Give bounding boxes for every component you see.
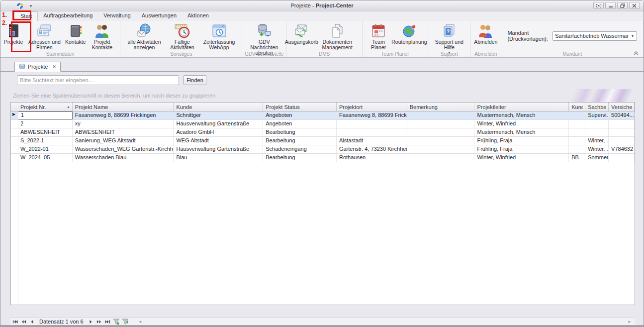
- grid-cell[interactable]: 2: [18, 120, 73, 128]
- grid-cell[interactable]: Angeboten: [263, 111, 337, 119]
- first-record-button[interactable]: [12, 319, 18, 325]
- grid-cell[interactable]: [569, 137, 585, 145]
- grid-cell[interactable]: BB: [569, 154, 585, 162]
- table-row[interactable]: W_2024_05Wasserschaden BlauBlauBearbeitu…: [11, 154, 635, 162]
- column-header-projekt-status[interactable]: Projekt Status: [263, 103, 337, 111]
- grid-cell[interactable]: [569, 145, 585, 153]
- column-header-versiche[interactable]: Versiche...: [609, 103, 635, 111]
- grid-cell[interactable]: 500494...: [609, 111, 635, 119]
- previous-record-button[interactable]: [29, 319, 35, 325]
- grid-cell[interactable]: ABWESENHEIT: [18, 128, 73, 136]
- grid-cell[interactable]: [569, 120, 585, 128]
- grid-cell[interactable]: [407, 145, 475, 153]
- grid-cell[interactable]: WEG Altstadt: [174, 137, 263, 145]
- next-record-button[interactable]: [88, 319, 94, 325]
- search-input[interactable]: [17, 75, 179, 85]
- restore-button[interactable]: [617, 2, 628, 9]
- grid-cell[interactable]: [609, 120, 635, 128]
- grid-cell[interactable]: S_2022-1: [18, 137, 73, 145]
- support-und-hilfe-button[interactable]: ?Support und Hilfe▾: [430, 22, 468, 56]
- grid-cell[interactable]: [569, 111, 585, 119]
- column-header-sachbe[interactable]: Sachbe...: [585, 103, 609, 111]
- grid-cell[interactable]: Mustermensch, Mensch: [474, 111, 569, 119]
- grid-cell[interactable]: [407, 128, 475, 136]
- grid-cell[interactable]: Winter, Winfried: [474, 154, 569, 162]
- style-button[interactable]: [593, 2, 604, 9]
- grid-cell[interactable]: [407, 120, 475, 128]
- grid-cell[interactable]: Supervi...: [585, 111, 609, 119]
- chevron-down-icon[interactable]: ▾: [629, 34, 637, 38]
- column-header-bemerkung[interactable]: Bemerkung: [407, 103, 475, 111]
- grid-cell[interactable]: Bearbeitung: [263, 154, 337, 162]
- next-page-button[interactable]: [96, 319, 102, 325]
- column-header-projekt-nr[interactable]: Projekt Nr.▲: [18, 103, 73, 111]
- grid-cell[interactable]: Hausverwaltung Gartenstraße: [174, 120, 263, 128]
- adressen-und-firmen-button[interactable]: Adressen und Firmen: [24, 22, 65, 51]
- projekt-kontakte-button[interactable]: Projekt Kontakte: [87, 22, 118, 51]
- grid-cell[interactable]: Hausverwaltung Gartenstraße: [174, 145, 263, 153]
- grid-cell[interactable]: Rothausen: [337, 154, 407, 162]
- grid-cell[interactable]: Angeboten: [263, 120, 337, 128]
- grid-cell[interactable]: Schadeneingang: [263, 145, 337, 153]
- ribbon-tab-start[interactable]: Start: [14, 11, 38, 21]
- grid-cell[interactable]: Bearbeitung: [263, 137, 337, 145]
- grid-cell[interactable]: [407, 137, 475, 145]
- grid-cell[interactable]: [609, 128, 635, 136]
- column-header-projektort[interactable]: Projektort: [337, 103, 407, 111]
- routenplanung-button[interactable]: Routenplanung: [392, 22, 426, 46]
- grid-cell[interactable]: Gartenstr. 4, 73230 Kirchheim: [337, 145, 407, 153]
- grid-cell[interactable]: [407, 111, 475, 119]
- ausgangskorb-button[interactable]: Ausgangskorb: [288, 22, 314, 46]
- grid-cell[interactable]: Bearbeitung: [263, 128, 337, 136]
- previous-page-button[interactable]: [20, 319, 27, 325]
- grid-cell[interactable]: xy: [73, 120, 174, 128]
- kontakte-button[interactable]: Kontakte: [65, 22, 87, 46]
- scroll-right-icon[interactable]: ►: [626, 320, 633, 324]
- mandant-combobox[interactable]: Sanitärfachbetrieb Wassermann▾: [552, 31, 637, 41]
- grid-cell[interactable]: Winter, ...: [585, 145, 609, 153]
- grid-cell[interactable]: V784632: [609, 145, 635, 153]
- zeiterfassung-webapp-button[interactable]: Zeiterfassung WebApp: [198, 22, 240, 51]
- grid-cell[interactable]: Winter, Winfried: [474, 120, 569, 128]
- ribbon-tab-auswertungen[interactable]: Auswertungen: [136, 11, 182, 21]
- grid-cell[interactable]: Blau: [174, 154, 263, 162]
- grid-cell[interactable]: [609, 137, 635, 145]
- last-record-button[interactable]: [104, 319, 111, 325]
- find-button[interactable]: Finden: [184, 75, 206, 85]
- grid-cell[interactable]: Wasserschaden Blau: [73, 154, 174, 162]
- grid-cell[interactable]: Winter, ...: [585, 137, 609, 145]
- ribbon-tab-verwaltung[interactable]: Verwaltung: [98, 11, 136, 21]
- tab-projekte[interactable]: Projekte ✕: [14, 62, 61, 72]
- fällige-aktivitäten-button[interactable]: Fällige Aktivitäten: [166, 22, 198, 51]
- grid-cell[interactable]: [337, 128, 407, 136]
- table-row[interactable]: W_2022-01Wasserschaden_WEG Gartenstr.-Ki…: [11, 145, 635, 154]
- grid-cell[interactable]: W_2022-01: [18, 145, 73, 153]
- group-by-panel[interactable]: Ziehen Sie eine Spaltenüberschrift in di…: [10, 89, 635, 102]
- grid-cell[interactable]: Acadoro GmbH: [174, 128, 263, 136]
- grid-cell[interactable]: Alstastadt: [337, 137, 407, 145]
- team-planer-button[interactable]: Team Planer: [365, 22, 393, 51]
- grid-cell[interactable]: 1: [18, 111, 73, 119]
- grid-cell[interactable]: Schnittger: [174, 111, 263, 119]
- grid-cell[interactable]: Fasanenweg 8, 88699 Frickingen: [73, 111, 174, 119]
- dokumenten-management-button[interactable]: Dokumenten Management: [315, 22, 360, 51]
- grid-cell[interactable]: [585, 120, 609, 128]
- alle-aktivitäten-anzeigen-button[interactable]: alle Aktivitäten anzeigen: [122, 22, 166, 51]
- grid-cell[interactable]: Sommer...: [585, 154, 609, 162]
- column-header-projektleiter[interactable]: Projektleiter: [474, 103, 569, 111]
- close-button[interactable]: [629, 2, 640, 9]
- tab-close-icon[interactable]: ✕: [50, 64, 56, 69]
- grid-cell[interactable]: Fasanenweg 8, 88699 Frickingen: [337, 111, 407, 119]
- ribbon-tab-aktionen[interactable]: Aktionen: [182, 11, 214, 21]
- grid-cell[interactable]: Mustermensch, Mensch: [474, 128, 569, 136]
- grid-cell[interactable]: W_2024_05: [18, 154, 73, 162]
- grid-cell[interactable]: [585, 128, 609, 136]
- grid-cell[interactable]: Sanierung_WEG Altstadt: [73, 137, 174, 145]
- grid-cell[interactable]: Frühling, Fraja: [474, 145, 569, 153]
- delete-filter-icon[interactable]: [113, 319, 120, 325]
- minimize-button[interactable]: [605, 2, 616, 9]
- scroll-left-icon[interactable]: ◄: [137, 320, 144, 324]
- table-row[interactable]: S_2022-1Sanierung_WEG AltstadtWEG Altsta…: [11, 137, 635, 145]
- grid-cell[interactable]: ABWESENHEIT: [73, 128, 174, 136]
- edit-filter-icon[interactable]: [122, 319, 129, 325]
